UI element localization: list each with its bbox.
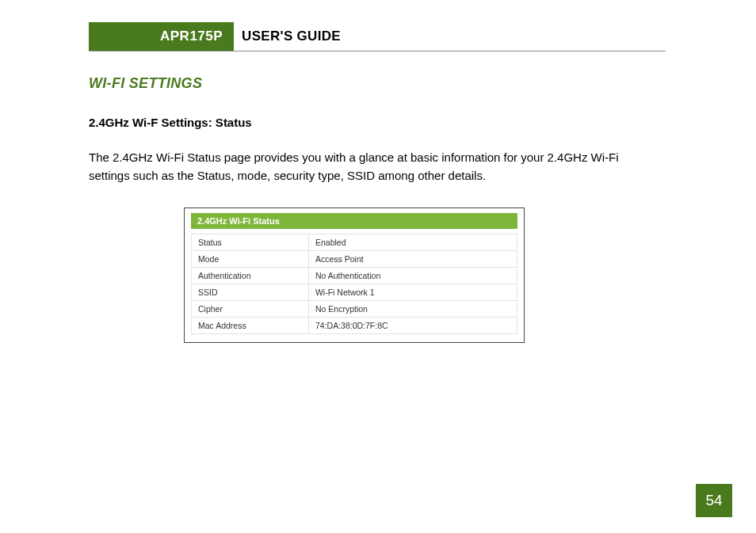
figure-header: 2.4GHz Wi-Fi Status [191, 213, 517, 229]
body-paragraph: The 2.4GHz Wi-Fi Status page provides yo… [89, 148, 659, 185]
row-label: Authentication [192, 267, 309, 284]
table-row: Status Enabled [192, 234, 517, 250]
row-value: Wi-Fi Network 1 [308, 284, 517, 300]
row-value: Access Point [308, 250, 517, 267]
row-value: No Authentication [308, 267, 517, 284]
wifi-status-figure: 2.4GHz Wi-Fi Status Status Enabled Mode … [184, 207, 525, 343]
page-number: 54 [696, 484, 732, 517]
table-row: SSID Wi-Fi Network 1 [192, 284, 517, 300]
table-row: Authentication No Authentication [192, 267, 517, 284]
row-value: No Encryption [308, 300, 517, 317]
table-row: Mode Access Point [192, 250, 517, 267]
table-row: Cipher No Encryption [192, 300, 517, 317]
row-label: Status [192, 234, 309, 250]
sub-section-title: 2.4GHz Wi-F Settings: Status [89, 116, 680, 129]
table-row: Mac Address 74:DA:38:0D:7F:8C [192, 317, 517, 333]
document-page: APR175P USER'S GUIDE WI-FI SETTINGS 2.4G… [0, 0, 756, 343]
row-value: Enabled [308, 234, 517, 250]
model-badge: APR175P [89, 22, 234, 51]
row-label: Mode [192, 250, 309, 267]
row-value: 74:DA:38:0D:7F:8C [308, 317, 517, 333]
row-label: SSID [192, 284, 309, 300]
row-label: Mac Address [192, 317, 309, 333]
section-title: WI-FI SETTINGS [89, 75, 680, 92]
row-label: Cipher [192, 300, 309, 317]
page-header: APR175P USER'S GUIDE [89, 22, 666, 51]
wifi-status-table: Status Enabled Mode Access Point Authent… [191, 234, 517, 334]
guide-title: USER'S GUIDE [234, 22, 341, 51]
